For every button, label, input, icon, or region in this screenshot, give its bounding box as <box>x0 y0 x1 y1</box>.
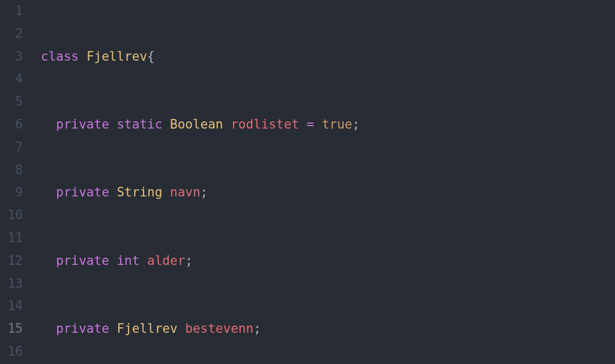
line-number-gutter: 1 2 3 4 5 6 7 8 9 10 11 12 13 14 15 16 <box>0 0 30 364</box>
line-number: 7 <box>0 136 23 159</box>
keyword-private: private <box>56 117 109 132</box>
line-number: 16 <box>0 341 23 363</box>
line-number: 9 <box>0 181 23 204</box>
code-line[interactable]: private Fjellrev bestevenn; <box>41 318 615 341</box>
line-number: 6 <box>0 114 23 136</box>
keyword-private: private <box>56 253 109 268</box>
keyword-class: class <box>41 49 79 64</box>
line-number: 2 <box>0 23 23 46</box>
line-number: 10 <box>0 204 23 227</box>
code-line[interactable]: private String navn; <box>41 181 615 204</box>
line-number: 5 <box>0 91 23 114</box>
field-alder: alder <box>147 253 185 268</box>
type-fjellrev: Fjellrev <box>117 321 177 336</box>
line-number: 1 <box>0 0 23 23</box>
keyword-int: int <box>117 253 139 268</box>
code-line[interactable]: private static Boolean rodlistet = true; <box>41 114 615 136</box>
line-number-current: 15 <box>0 318 23 341</box>
line-number: 12 <box>0 250 23 273</box>
semicolon: ; <box>185 253 193 268</box>
type-fjellrev: Fjellrev <box>86 49 147 64</box>
code-editor[interactable]: 1 2 3 4 5 6 7 8 9 10 11 12 13 14 15 16 c… <box>0 0 615 364</box>
op-assign: = <box>307 117 315 132</box>
line-number: 8 <box>0 159 23 182</box>
code-area[interactable]: class Fjellrev{ private static Boolean r… <box>30 0 615 364</box>
semicolon: ; <box>201 185 208 199</box>
type-string: String <box>117 185 162 199</box>
literal-true: true <box>322 117 353 132</box>
code-line[interactable]: private int alder; <box>41 250 615 273</box>
field-bestevenn: bestevenn <box>185 321 253 336</box>
field-navn: navn <box>170 185 201 199</box>
semicolon: ; <box>253 321 261 336</box>
keyword-static: static <box>117 117 162 132</box>
line-number: 14 <box>0 295 23 318</box>
keyword-private: private <box>56 185 109 199</box>
line-number: 11 <box>0 227 23 250</box>
field-rodlistet: rodlistet <box>231 117 299 132</box>
semicolon: ; <box>353 117 360 132</box>
line-number: 13 <box>0 273 23 296</box>
type-boolean: Boolean <box>170 117 223 132</box>
code-line[interactable]: class Fjellrev{ <box>41 46 615 68</box>
line-number: 3 <box>0 46 23 68</box>
line-number: 4 <box>0 68 23 91</box>
keyword-private: private <box>56 321 109 336</box>
brace-open: { <box>147 49 155 64</box>
